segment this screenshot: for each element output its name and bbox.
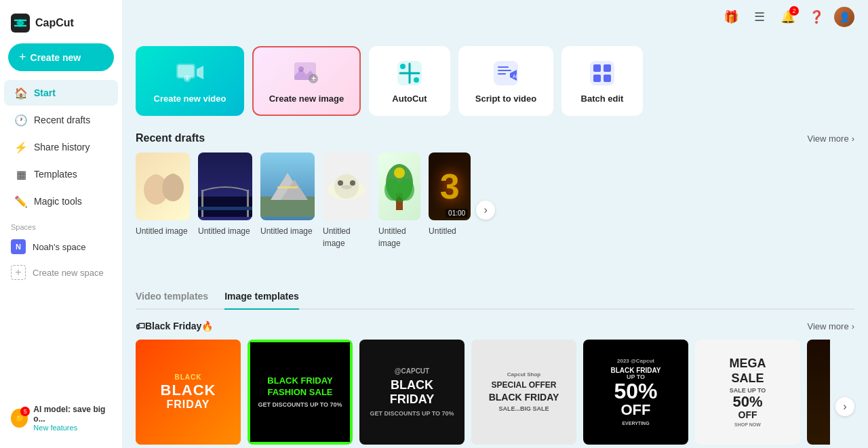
- ai-feature-banner[interactable]: ☀️ 5 AI model: save big o... New feature…: [0, 396, 122, 440]
- template-item-3[interactable]: @CAPCUT BLACK FRIDAY GET DISCOUNTS UP TO…: [359, 340, 465, 448]
- space-noah[interactable]: N Noah's space: [0, 234, 122, 260]
- template-thumb-6: MEGA SALE SALE UP TO 50% OFF SHOP NOW: [695, 340, 800, 445]
- draft-item-3[interactable]: Untitled image: [260, 152, 315, 249]
- script-to-video-card[interactable]: AI Script to video: [458, 46, 553, 116]
- tab-video-templates[interactable]: Video templates: [136, 287, 208, 310]
- draft-thumb-3: [260, 152, 315, 220]
- app-logo: CapCut: [0, 8, 122, 43]
- svg-point-40: [341, 185, 352, 189]
- templates-view-more[interactable]: View more ›: [807, 321, 854, 331]
- sidebar-item-start[interactable]: 🏠 Start: [4, 80, 118, 106]
- drafts-grid: Untitled image Untitled image: [136, 152, 471, 249]
- draft-item-6[interactable]: 3 01:00 Untitled: [429, 152, 471, 249]
- draft-label-4: Untitled image: [323, 226, 351, 248]
- draft-item-5[interactable]: Untitled image: [378, 152, 420, 249]
- svg-point-13: [414, 77, 419, 83]
- svg-rect-19: [590, 61, 614, 85]
- bell-badge: 2: [789, 6, 799, 16]
- svg-rect-35: [277, 186, 298, 188]
- recent-drafts-view-more[interactable]: View more ›: [807, 134, 854, 144]
- sidebar-item-magic-tools[interactable]: ✏️ Magic tools: [4, 188, 118, 214]
- svg-rect-15: [498, 66, 509, 68]
- template-item-2[interactable]: BLACK FRIDAY FASHION SALE GET DISCOUNTS …: [248, 340, 353, 448]
- add-space-icon: +: [11, 265, 26, 280]
- sidebar-item-templates[interactable]: ▦ Templates: [4, 161, 118, 187]
- svg-point-12: [400, 64, 406, 69]
- svg-point-45: [394, 167, 405, 178]
- help-button[interactable]: ❓: [806, 6, 827, 28]
- svg-rect-29: [201, 190, 203, 217]
- autocut-icon: [395, 58, 425, 88]
- ai-badge-count: 5: [20, 407, 30, 416]
- svg-point-39: [350, 180, 355, 186]
- clock-icon: 🕐: [15, 114, 27, 126]
- create-image-label: Create new image: [269, 94, 344, 104]
- spaces-label: Spaces: [0, 215, 122, 234]
- space-avatar: N: [11, 239, 26, 254]
- sidebar-item-share-history[interactable]: ⚡ Share history: [4, 134, 118, 160]
- svg-rect-17: [498, 73, 506, 75]
- svg-text:AI: AI: [513, 74, 517, 79]
- script-to-video-label: Script to video: [475, 94, 536, 104]
- draft-item-2[interactable]: Untitled image: [198, 152, 252, 249]
- create-video-icon: +: [175, 58, 205, 88]
- draft-label-5: Untitled image: [378, 226, 406, 248]
- svg-rect-23: [604, 75, 611, 82]
- template-thumb-5: 2023 @Capcut BLACK FRIDAY UP TO 50% OFF …: [583, 340, 688, 445]
- svg-rect-31: [198, 207, 252, 210]
- ai-feature-subtitle: New features: [33, 424, 111, 432]
- templates-wrapper: BLACK BLACK FRIDAY Black Friday Workout …: [136, 340, 854, 448]
- create-new-button[interactable]: + Create new: [8, 43, 114, 71]
- drafts-next-arrow[interactable]: ›: [476, 201, 495, 220]
- draft-item-4[interactable]: Untitled image: [323, 152, 370, 249]
- template-thumb-4: Capcut Shop SPECIAL OFFER BLACK FRIDAY S…: [471, 340, 576, 445]
- create-image-card[interactable]: + Create new image: [252, 46, 361, 116]
- svg-point-27: [167, 174, 179, 186]
- template-item-5[interactable]: 2023 @Capcut BLACK FRIDAY UP TO 50% OFF …: [583, 340, 688, 448]
- template-section-header: 🏷Black Friday🔥 View more ›: [136, 321, 854, 331]
- svg-rect-22: [593, 75, 601, 82]
- draft-label-2: Untitled image: [198, 226, 250, 236]
- template-thumb-3: @CAPCUT BLACK FRIDAY GET DISCOUNTS UP TO…: [359, 340, 465, 445]
- create-video-label: Create new video: [154, 94, 226, 104]
- plus-icon: +: [19, 50, 26, 64]
- template-thumb-2: BLACK FRIDAY FASHION SALE GET DISCOUNTS …: [248, 340, 353, 445]
- create-video-card[interactable]: + Create new video: [136, 46, 244, 116]
- draft-thumb-1: [136, 152, 190, 220]
- tab-image-templates[interactable]: Image templates: [224, 287, 299, 310]
- list-button[interactable]: ☰: [749, 6, 770, 28]
- svg-point-26: [149, 174, 163, 188]
- templates-grid: BLACK BLACK FRIDAY Black Friday Workout …: [136, 340, 830, 448]
- sidebar-item-recent-drafts[interactable]: 🕐 Recent drafts: [4, 107, 118, 133]
- template-item-7[interactable]: The Brew Coffee Black Friday 30% CASHBAC…: [807, 340, 830, 448]
- batch-edit-card[interactable]: Batch edit: [561, 46, 643, 116]
- capcut-logo-icon: [11, 14, 30, 33]
- recent-drafts-title: Recent drafts: [136, 132, 205, 144]
- action-cards: + Create new video + Create new image: [136, 46, 854, 116]
- create-new-space[interactable]: + Create new space: [0, 260, 122, 285]
- template-thumb-1: BLACK BLACK FRIDAY: [136, 340, 241, 445]
- bell-button[interactable]: 🔔 2: [777, 6, 799, 28]
- svg-text:+: +: [186, 77, 189, 81]
- draft-thumb-6: 3 01:00: [429, 152, 471, 220]
- template-item-1[interactable]: BLACK BLACK FRIDAY Black Friday Workout …: [136, 340, 241, 448]
- app-name: CapCut: [35, 17, 74, 29]
- draft-label-1: Untitled image: [136, 226, 188, 236]
- svg-rect-30: [247, 190, 249, 217]
- draft-duration-badge: 01:00: [446, 209, 468, 218]
- magic-icon: ✏️: [15, 195, 27, 207]
- template-item-6[interactable]: MEGA SALE SALE UP TO 50% OFF SHOP NOW Bl…: [695, 340, 800, 448]
- svg-rect-20: [593, 64, 601, 72]
- template-item-4[interactable]: Capcut Shop SPECIAL OFFER BLACK FRIDAY S…: [471, 340, 576, 448]
- sidebar: CapCut + Create new 🏠 Start 🕐 Recent dra…: [0, 0, 122, 448]
- user-avatar[interactable]: 👤: [834, 7, 854, 27]
- template-tabs: Video templates Image templates: [136, 287, 854, 310]
- draft-item-1[interactable]: Untitled image: [136, 152, 190, 249]
- draft-thumb-4: [323, 152, 370, 220]
- templates-next-arrow[interactable]: ›: [835, 397, 854, 416]
- template-section-title: 🏷Black Friday🔥: [136, 321, 213, 331]
- gift-button[interactable]: 🎁: [720, 6, 742, 28]
- top-header: 🎁 ☰ 🔔 2 ❓ 👤: [244, 0, 868, 34]
- ai-badge-icon: ☀️ 5: [11, 409, 28, 428]
- autocut-card[interactable]: AutoCut: [369, 46, 450, 116]
